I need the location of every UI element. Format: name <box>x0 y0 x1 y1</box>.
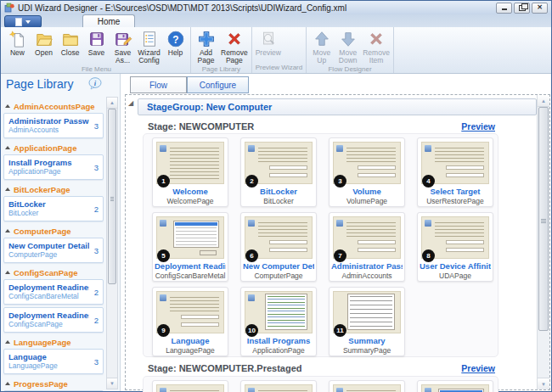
page-item-type: ConfigScanBareMetal <box>8 292 89 300</box>
remove-item-button[interactable]: Remove Item <box>361 27 391 65</box>
scroll-down-icon[interactable]: ▼ <box>107 378 117 389</box>
page-number-badge: 2 <box>245 175 258 188</box>
sidebar-scrollbar[interactable]: ▲ ▼ <box>106 97 118 389</box>
stage-pages-container <box>143 376 498 392</box>
collapse-icon <box>5 188 10 191</box>
add-page-label: Add Page <box>198 49 215 65</box>
ribbon-group-flow-designer: Move UpMove DownRemove ItemFlow Designer <box>307 27 394 73</box>
sidebar-section-configscanpage[interactable]: ConfigScanPage <box>5 267 104 277</box>
page-card-type: VolumePage <box>331 197 403 205</box>
help-button[interactable]: ?Help <box>162 27 189 57</box>
add-page-button[interactable]: Add Page <box>193 27 219 65</box>
help-label: Help <box>168 49 183 57</box>
close-button[interactable]: Close <box>57 27 83 57</box>
wizard-page-card-partial[interactable] <box>417 380 493 392</box>
page-library-item[interactable]: Deployment ReadinessConfigScanPage2 <box>3 307 104 333</box>
expander-icon[interactable]: ◢ <box>128 100 133 107</box>
save-button[interactable]: Save <box>83 27 110 57</box>
scrollbar-thumb[interactable] <box>538 107 549 331</box>
wizard-page-card-computerpage[interactable]: 6New Computer DetailsComputerPage <box>240 212 317 282</box>
page-card-type: WelcomePage <box>155 197 226 205</box>
close-label: Close <box>61 49 80 57</box>
designer-main: Flow Configure ◢ StageGroup: New Compute… <box>121 74 551 391</box>
page-thumbnail <box>333 384 401 392</box>
restore-button[interactable] <box>514 3 530 14</box>
open-folder-icon <box>34 29 54 49</box>
ribbon-group-preview-wizard: PreviewPreview Wizard <box>252 27 307 73</box>
sidebar-section-languagepage[interactable]: LanguagePage <box>5 337 104 347</box>
wizard-config-button[interactable]: Wizard Config <box>136 27 162 65</box>
page-library-item[interactable] <box>3 390 104 391</box>
page-card-title: Summary <box>331 336 403 345</box>
collapse-icon <box>5 271 10 274</box>
page-library-list: AdminAccountsPageAdministrator PasswordA… <box>3 97 104 391</box>
wizard-config-icon <box>139 29 160 49</box>
wizard-page-card-configscanbaremetal[interactable]: 5Deployment ReadinessConfigScanBareMetal <box>152 212 228 282</box>
preview-button[interactable]: Preview <box>254 27 283 57</box>
page-library-item[interactable]: Deployment ReadinessConfigScanBareMetal2 <box>3 279 104 305</box>
page-library-item[interactable]: Install ProgramsApplicationPage3 <box>3 154 104 180</box>
stage-preview-link[interactable]: Preview <box>461 363 495 373</box>
remove-item-icon <box>366 29 386 49</box>
move-up-label: Move Up <box>313 49 330 65</box>
page-item-title: Language <box>8 352 89 361</box>
page-item-count: 2 <box>94 204 99 214</box>
move-up-button[interactable]: Move Up <box>308 27 335 65</box>
application-menu-button[interactable] <box>4 15 42 28</box>
wizard-page-card-languagepage[interactable]: 9LanguageLanguagePage <box>152 287 228 356</box>
page-item-count: 3 <box>94 246 99 255</box>
page-library-item[interactable]: Administrator PasswordAdminAccounts3 <box>3 113 104 138</box>
open-button[interactable]: Open <box>31 27 57 57</box>
wizard-page-card-partial[interactable] <box>240 380 317 392</box>
sidebar-section-bitlockerpage[interactable]: BitLockerPage <box>5 184 104 194</box>
wizard-page-card-volumepage[interactable]: 3VolumeVolumePage <box>329 137 405 207</box>
wizard-page-card-udapage[interactable]: 8User Device AffinityUDAPage <box>417 212 493 282</box>
scroll-up-icon[interactable]: ▲ <box>538 95 549 107</box>
sidebar-section-adminaccountspage[interactable]: AdminAccountsPage <box>5 101 104 111</box>
scroll-down-icon[interactable]: ▼ <box>538 378 549 389</box>
wizard-page-card-bitlocker[interactable]: 2BitLockerBitLocker <box>240 137 317 207</box>
stage-preview-link[interactable]: Preview <box>461 121 495 132</box>
main-scrollbar[interactable]: ▲ ▼ <box>537 95 549 389</box>
info-icon[interactable]: i <box>87 77 103 90</box>
save-as-button[interactable]: Save As... <box>110 27 136 65</box>
ribbon-group-file-menu: NewOpenCloseSaveSave As...Wizard Config?… <box>3 27 191 73</box>
wizard-page-card-userrestorepage[interactable]: 4Select TargetUserRestorePage <box>417 137 493 207</box>
wizard-page-card-summarypage[interactable]: 11SummarySummaryPage <box>329 287 405 356</box>
close-button[interactable]: ✕ <box>532 3 548 14</box>
move-down-button[interactable]: Move Down <box>335 27 361 65</box>
ribbon-tab-home[interactable]: Home <box>82 14 135 27</box>
page-item-count: 3 <box>94 163 99 172</box>
page-library-item[interactable]: BitLockerBitLocker2 <box>3 196 104 221</box>
page-number-badge: 5 <box>157 249 170 262</box>
new-button[interactable]: New <box>4 27 31 57</box>
close-folder-icon <box>60 29 81 49</box>
page-library-item[interactable]: New Computer DetailsComputerPage3 <box>3 238 104 263</box>
page-library-item[interactable]: LanguageLanguagePage3 <box>3 349 104 374</box>
page-card-type: UDAPage <box>420 272 491 280</box>
wizard-page-card-partial[interactable] <box>329 380 405 392</box>
remove-page-button[interactable]: Remove Page <box>219 27 250 65</box>
scrollbar-thumb[interactable] <box>108 109 116 284</box>
save-as-label: Save As... <box>115 49 131 65</box>
page-card-type: SummaryPage <box>331 346 403 355</box>
tab-configure[interactable]: Configure <box>187 76 249 93</box>
sidebar-section-progresspage[interactable]: ProgressPage <box>5 378 104 389</box>
sidebar-section-label: ApplicationPage <box>14 143 76 153</box>
move-up-icon <box>312 29 332 49</box>
page-number-badge: 6 <box>245 249 258 262</box>
wizard-page-card-applicationpage[interactable]: 10Install ProgramsApplicationPage <box>240 287 317 356</box>
tab-flow[interactable]: Flow <box>130 76 187 93</box>
stage-group-title: StageGroup: New Computer <box>138 99 536 112</box>
wizard-page-card-adminaccounts[interactable]: 7Administrator Passw...AdminAccounts <box>329 212 405 282</box>
sidebar-section-applicationpage[interactable]: ApplicationPage <box>5 143 104 153</box>
wizard-page-card-partial[interactable] <box>152 380 228 392</box>
sidebar-section-computerpage[interactable]: ComputerPage <box>5 226 104 236</box>
stage-group-header[interactable]: StageGroup: New Computer <box>138 98 537 115</box>
page-card-type: BitLocker <box>243 197 314 205</box>
page-number-badge: 7 <box>334 249 346 262</box>
collapse-icon <box>5 229 10 232</box>
wizard-page-card-welcomepage[interactable]: 1WelcomeWelcomePage <box>152 137 228 207</box>
scroll-up-icon[interactable]: ▲ <box>107 98 117 109</box>
minimize-button[interactable] <box>496 3 512 14</box>
